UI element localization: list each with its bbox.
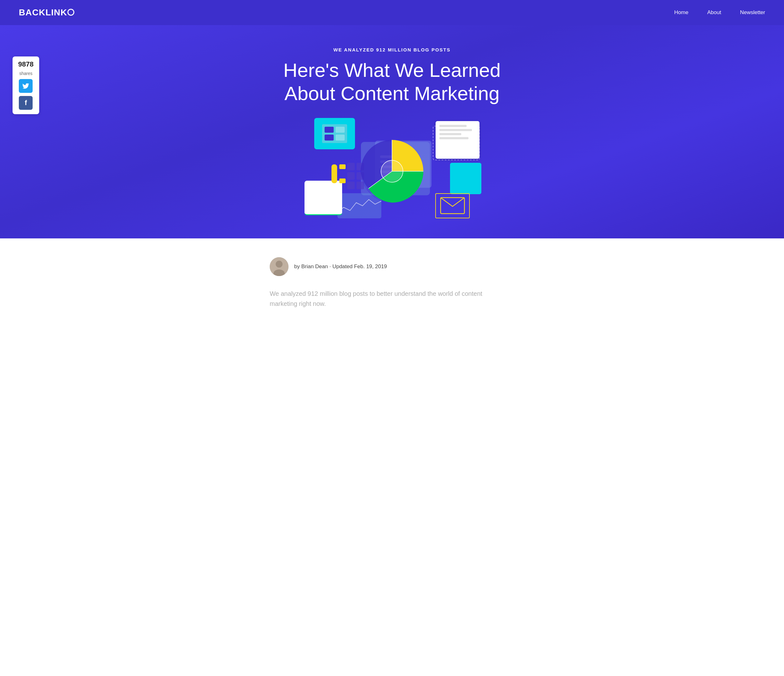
- monitor-cell-3: [325, 135, 334, 140]
- envelope-svg: [440, 197, 465, 214]
- monitor-cell-4: [336, 135, 345, 140]
- nav-newsletter-link[interactable]: Newsletter: [740, 9, 765, 16]
- facebook-icon: f: [25, 99, 27, 107]
- share-widget: 9878 shares f: [12, 56, 39, 114]
- author-meta: by Brian Dean · Updated Feb. 19, 2019: [294, 263, 387, 270]
- share-label: shares: [19, 71, 32, 76]
- hero-subtitle: WE ANALYZED 912 MILLION BLOG POSTS: [333, 47, 451, 52]
- logo-text: BACKLINK: [19, 8, 67, 17]
- svg-point-10: [276, 261, 283, 268]
- hero-section: 9878 shares f WE ANALYZED 912 MILLION BL…: [0, 25, 784, 238]
- doc-line-3: [439, 133, 461, 135]
- share-twitter-button[interactable]: [19, 79, 33, 93]
- share-facebook-button[interactable]: f: [19, 96, 33, 110]
- doc-line-4: [439, 137, 468, 139]
- author-row: by Brian Dean · Updated Feb. 19, 2019: [270, 257, 514, 276]
- navigation: BACKLINK Home About Newsletter: [0, 0, 784, 25]
- logo-o-circle: [67, 9, 74, 16]
- svg-rect-2: [331, 164, 337, 183]
- share-count: 9878: [18, 61, 34, 68]
- pie-chart-svg: [359, 138, 425, 204]
- author-avatar: [270, 257, 288, 276]
- email-envelope: [435, 193, 470, 218]
- document-card: [436, 121, 479, 159]
- nav-home-link[interactable]: Home: [674, 9, 688, 16]
- logo[interactable]: BACKLINK: [19, 8, 74, 17]
- nav-about-link[interactable]: About: [707, 9, 721, 16]
- nav-links: Home About Newsletter: [674, 9, 765, 16]
- cyan-square: [450, 163, 481, 194]
- doc-line-2: [439, 129, 472, 131]
- svg-rect-0: [339, 164, 345, 169]
- avatar-svg: [270, 257, 288, 276]
- twitter-icon: [22, 83, 29, 89]
- article-intro: We analyzed 912 million blog posts to be…: [270, 288, 502, 309]
- hero-illustration: [295, 118, 489, 224]
- cyan-monitor: [314, 118, 355, 149]
- author-section: by Brian Dean · Updated Feb. 19, 2019 We…: [251, 238, 533, 321]
- doc-line-1: [439, 125, 467, 127]
- monitor-cell-2: [336, 127, 345, 133]
- monitor-grid: [322, 124, 347, 143]
- hero-title: Here's What We Learned About Content Mar…: [270, 59, 514, 105]
- magnet-shape: [330, 163, 349, 186]
- monitor-cell-1: [325, 127, 334, 133]
- svg-rect-1: [339, 179, 345, 183]
- pie-chart: [359, 138, 425, 204]
